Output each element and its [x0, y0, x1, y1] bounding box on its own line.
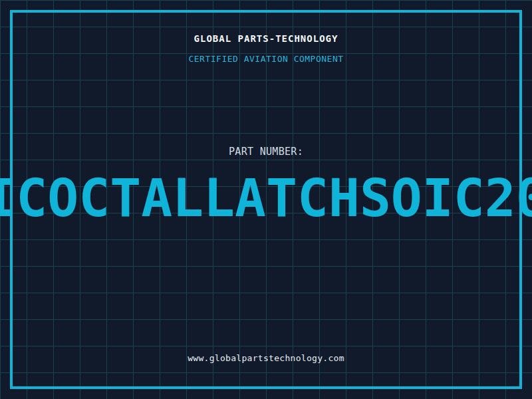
page-subtitle: CERTIFIED AVIATION COMPONENT [0, 54, 532, 64]
part-number-label: PART NUMBER: [0, 146, 532, 158]
part-number-value: ICOCTALLATCHSOIC20 [0, 172, 532, 225]
certificate-page: GLOBAL PARTS-TECHNOLOGY CERTIFIED AVIATI… [0, 0, 532, 399]
page-title: GLOBAL PARTS-TECHNOLOGY [0, 33, 532, 44]
website-url: www.globalpartstechnology.com [0, 353, 532, 363]
